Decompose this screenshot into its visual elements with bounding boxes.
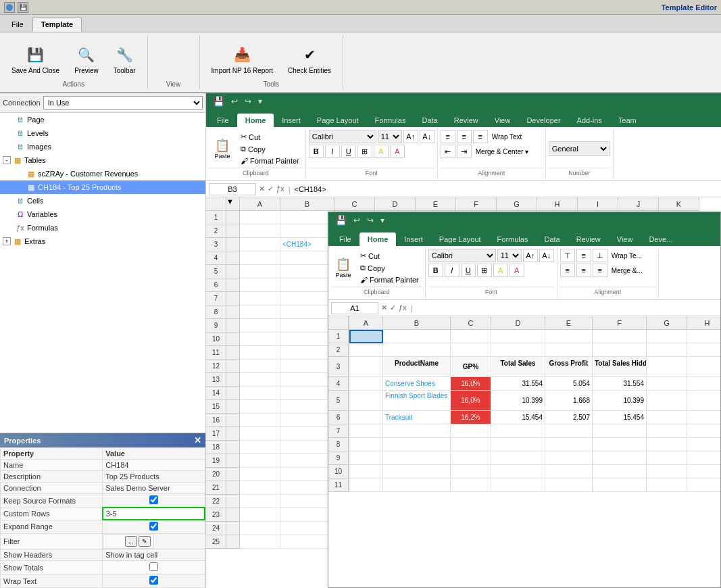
excel2-copy-btn[interactable]: ⧉ Copy xyxy=(357,262,422,274)
excel2-formula-check-icon[interactable]: ✓ xyxy=(390,303,396,312)
excel1-tab-team[interactable]: Team xyxy=(610,114,645,127)
tree-CH184[interactable]: ▦ CH184 - Top 25 Products xyxy=(0,180,205,194)
prop-er-value[interactable] xyxy=(103,520,205,534)
filter-browse-btn[interactable]: ✎ xyxy=(139,536,151,547)
excel1-tab-pagelayout[interactable]: Page Layout xyxy=(309,114,367,127)
excel2-top-btn[interactable]: ⊤ xyxy=(560,249,575,262)
excel1-formula-input[interactable] xyxy=(294,183,718,195)
excel2-italic-btn[interactable]: I xyxy=(445,264,459,277)
excel1-italic-btn[interactable]: I xyxy=(325,145,340,158)
excel2-undo-icon[interactable]: ↩ xyxy=(352,216,362,225)
excel1-bold-btn[interactable]: B xyxy=(309,145,324,158)
excel2-tab-review[interactable]: Review xyxy=(568,232,609,246)
excel2-save-icon[interactable]: 💾 xyxy=(334,215,348,226)
prop-ksf-value[interactable] xyxy=(103,494,205,508)
excel2-cut-btn[interactable]: ✂ Cut xyxy=(357,250,422,262)
tree-scZRAy[interactable]: ▦ scZRAy - Customer Revenues xyxy=(0,167,205,180)
tab-template[interactable]: Template xyxy=(32,17,82,32)
excel2-fontsize-select[interactable]: 11 xyxy=(497,249,522,262)
save-titlebar-icon[interactable]: 💾 xyxy=(18,2,28,13)
excel2-fill-btn[interactable]: A xyxy=(493,264,508,277)
excel2-grow-btn[interactable]: A↑ xyxy=(523,249,538,262)
tree-variables[interactable]: Ω Variables xyxy=(0,207,205,221)
excel1-undo-icon[interactable]: ↩ xyxy=(230,97,239,106)
connection-select[interactable]: In Use Sales Demo Server xyxy=(43,96,203,109)
wt-checkbox[interactable] xyxy=(149,576,158,585)
preview-button[interactable]: 🔍 Preview xyxy=(68,41,105,78)
prop-cr-value[interactable]: 3-5 xyxy=(103,508,205,520)
excel2-font-select[interactable]: Calibri xyxy=(428,249,496,262)
excel1-tab-addins[interactable]: Add-ins xyxy=(569,114,610,127)
tree-extras[interactable]: + ▦ Extras xyxy=(0,235,205,248)
excel1-font-select[interactable]: Calibri xyxy=(309,130,376,143)
prop-st-value[interactable] xyxy=(103,561,205,574)
excel1-align-center-btn[interactable]: ≡ xyxy=(457,130,472,143)
excel2-bold-btn[interactable]: B xyxy=(428,264,443,277)
tree-formulas[interactable]: ƒx Formulas xyxy=(0,221,205,235)
excel2-al-btn[interactable]: ≡ xyxy=(560,264,575,277)
excel1-fill-btn[interactable]: A xyxy=(374,145,389,158)
excel2-redo-icon[interactable]: ↪ xyxy=(366,216,375,225)
filter-edit-btn[interactable]: ... xyxy=(125,536,137,547)
excel1-save-icon[interactable]: 💾 xyxy=(212,96,226,107)
excel1-tab-developer[interactable]: Developer xyxy=(518,114,568,127)
excel2-shrink-btn[interactable]: A↓ xyxy=(539,249,554,262)
excel2-tab-file[interactable]: File xyxy=(331,232,359,246)
check-entities-button[interactable]: ✔ Check Entities xyxy=(282,41,337,78)
excel2-tab-view[interactable]: View xyxy=(609,232,641,246)
excel1-menu-icon[interactable]: ▾ xyxy=(257,97,264,106)
excel2-tab-data[interactable]: Data xyxy=(536,232,568,246)
tree-page[interactable]: 🗎 Page xyxy=(0,113,205,126)
excel2-bot-btn[interactable]: ⊥ xyxy=(593,249,607,262)
excel1-outdent-btn[interactable]: ⇥ xyxy=(457,145,472,158)
tree-levels[interactable]: 🗎 Levels xyxy=(0,126,205,140)
excel2-tab-insert[interactable]: Insert xyxy=(396,232,431,246)
excel1-fontsize-select[interactable]: 11 xyxy=(378,130,402,143)
excel2-tab-pagelayout[interactable]: Page Layout xyxy=(431,232,489,246)
excel1-border-btn[interactable]: ⊞ xyxy=(357,145,372,158)
excel1-tab-insert[interactable]: Insert xyxy=(274,114,309,127)
tables-expand[interactable]: - xyxy=(3,156,11,164)
excel1-paste-btn[interactable]: 📋 Paste xyxy=(209,136,236,162)
excel2-formula-fx-icon[interactable]: ƒx xyxy=(399,303,407,312)
excel2-formula-x-icon[interactable]: ✕ xyxy=(381,303,387,312)
save-and-close-button[interactable]: 💾 Save And Close xyxy=(5,41,66,78)
ksf-checkbox[interactable] xyxy=(149,495,158,504)
excel2-tab-formulas[interactable]: Formulas xyxy=(489,232,537,246)
excel1-indent-btn[interactable]: ⇤ xyxy=(441,145,455,158)
excel1-tab-data[interactable]: Data xyxy=(414,114,445,127)
properties-close-button[interactable]: ✕ xyxy=(194,435,201,445)
st-checkbox[interactable] xyxy=(149,562,158,571)
excel1-cut-btn[interactable]: ✂ Cut xyxy=(237,131,303,143)
excel1-align-left-btn[interactable]: ≡ xyxy=(441,130,455,143)
excel1-tab-home[interactable]: Home xyxy=(237,114,274,127)
er-checkbox[interactable] xyxy=(149,522,158,531)
excel1-font-color-btn[interactable]: A xyxy=(390,145,405,158)
excel2-format-painter-btn[interactable]: 🖌 Format Painter xyxy=(357,274,422,285)
excel1-format-painter-btn[interactable]: 🖌 Format Painter xyxy=(237,155,303,166)
excel2-menu-icon[interactable]: ▾ xyxy=(379,216,386,225)
excel2-grid[interactable]: A B C D E F G H 1 xyxy=(328,316,720,587)
excel2-cell-ref[interactable] xyxy=(331,302,378,314)
excel2-mid-btn[interactable]: ≡ xyxy=(576,249,591,262)
excel1-tab-view[interactable]: View xyxy=(487,114,519,127)
excel2-r1c1[interactable] xyxy=(349,330,383,343)
extras-expand[interactable]: + xyxy=(3,237,11,245)
toolbar-button[interactable]: 🔧 Toolbar xyxy=(107,41,142,78)
excel1-redo-icon[interactable]: ↪ xyxy=(243,97,253,106)
excel2-paste-btn[interactable]: 📋 Paste xyxy=(331,255,355,280)
excel1-copy-btn[interactable]: ⧉ Copy xyxy=(237,143,303,155)
tree-images[interactable]: 🗎 Images xyxy=(0,140,205,153)
excel2-underline-btn[interactable]: U xyxy=(461,264,476,277)
excel1-grow-font-btn[interactable]: A↑ xyxy=(403,130,418,143)
excel2-ar-btn[interactable]: ≡ xyxy=(593,264,607,277)
excel2-tab-deve[interactable]: Deve... xyxy=(641,232,680,246)
excel2-ac-btn[interactable]: ≡ xyxy=(576,264,591,277)
formula-check-icon[interactable]: ✓ xyxy=(268,185,274,193)
import-np-button[interactable]: 📥 Import NP 16 Report xyxy=(205,41,280,78)
excel2-tab-home[interactable]: Home xyxy=(359,232,397,246)
formula-fx-icon[interactable]: ƒx xyxy=(276,185,284,193)
excel1-tab-review[interactable]: Review xyxy=(446,114,487,127)
excel1-cell-ref[interactable] xyxy=(209,183,256,195)
excel2-formula-input[interactable] xyxy=(416,302,718,314)
